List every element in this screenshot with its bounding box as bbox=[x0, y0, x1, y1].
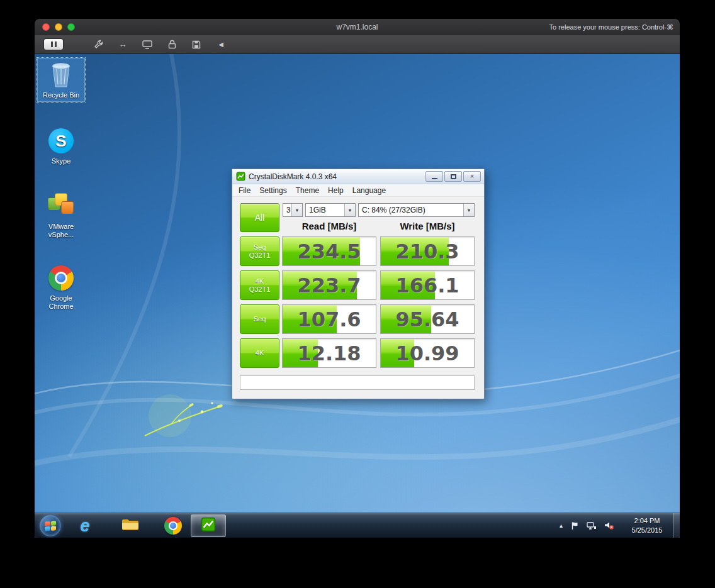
skype-icon: S bbox=[47, 126, 76, 155]
pause-vm-button[interactable] bbox=[43, 38, 64, 50]
clock-time: 2:04 PM bbox=[624, 516, 670, 526]
vmware-vsphere-icon bbox=[47, 192, 76, 221]
window-title: CrystalDiskMark 4.0.3 x64 bbox=[249, 172, 337, 181]
drive-select[interactable]: C: 84% (27/32GiB) ▼ bbox=[358, 203, 475, 217]
test-size-select[interactable]: 1GiB ▼ bbox=[305, 203, 356, 217]
save-icon[interactable] bbox=[191, 40, 202, 50]
desktop-icon-google-chrome[interactable]: Google Chrome bbox=[37, 262, 85, 313]
close-window-button[interactable] bbox=[42, 23, 50, 31]
comment-field-wrap bbox=[240, 375, 475, 390]
run-seq-button[interactable]: Seq bbox=[240, 304, 279, 334]
taskbar-clock[interactable]: 2:04 PM 5/25/2015 bbox=[624, 516, 670, 535]
mouse-release-hint: To release your mouse press: Control-⌘ bbox=[549, 23, 673, 31]
action-center-flag-icon[interactable] bbox=[570, 521, 579, 530]
menu-settings[interactable]: Settings bbox=[255, 186, 291, 195]
write-result-seq-q32t1: 210.3 bbox=[380, 236, 475, 266]
write-result-4k: 10.99 bbox=[380, 338, 475, 368]
chevron-down-icon: ▼ bbox=[463, 204, 474, 216]
windows-desktop: Recycle Bin S Skype VMware vSphe... Goog… bbox=[35, 54, 680, 538]
run-4k-q32t1-button[interactable]: 4KQ32T1 bbox=[240, 270, 279, 300]
menu-bar: File Settings Theme Help Language bbox=[232, 184, 484, 197]
taskbar-crystaldiskmark-button[interactable] bbox=[191, 514, 226, 537]
minimize-button[interactable] bbox=[425, 171, 443, 182]
host-titlebar[interactable]: w7vm1.local To release your mouse press:… bbox=[35, 19, 680, 35]
lock-icon[interactable] bbox=[166, 40, 177, 50]
crystaldiskmark-icon bbox=[201, 517, 216, 535]
internet-explorer-icon: e bbox=[80, 516, 89, 536]
run-seq-q32t1-button[interactable]: SeqQ32T1 bbox=[240, 236, 279, 266]
volume-icon[interactable] bbox=[604, 521, 614, 530]
folder-icon bbox=[121, 518, 139, 534]
desktop-icon-skype[interactable]: S Skype bbox=[37, 125, 85, 167]
zoom-window-button[interactable] bbox=[67, 23, 75, 31]
menu-language[interactable]: Language bbox=[348, 186, 390, 195]
write-result-4k-q32t1: 166.1 bbox=[380, 270, 475, 300]
minimize-window-button[interactable] bbox=[55, 23, 62, 31]
maximize-button[interactable] bbox=[444, 171, 462, 182]
read-result-4k-q32t1: 223.7 bbox=[282, 270, 376, 300]
read-result-4k: 12.18 bbox=[282, 338, 376, 368]
vm-host-window: w7vm1.local To release your mouse press:… bbox=[35, 19, 680, 538]
start-button[interactable] bbox=[40, 515, 61, 536]
windows-flag-icon bbox=[45, 521, 56, 531]
recycle-bin-icon bbox=[47, 60, 76, 89]
crystaldiskmark-window: CrystalDiskMark 4.0.3 x64 × File Setting… bbox=[232, 169, 485, 399]
wrench-icon[interactable] bbox=[93, 40, 104, 50]
collapse-toolbar-icon[interactable]: ◀ bbox=[215, 40, 227, 50]
read-result-seq-q32t1: 234.5 bbox=[282, 236, 376, 266]
taskbar-chrome-button[interactable] bbox=[158, 514, 188, 537]
close-button[interactable]: × bbox=[463, 171, 481, 182]
desktop-icon-recycle-bin[interactable]: Recycle Bin bbox=[37, 58, 85, 102]
chevron-down-icon: ▼ bbox=[344, 204, 355, 216]
chrome-icon bbox=[164, 517, 182, 535]
windows-taskbar: e bbox=[35, 513, 680, 538]
test-count-select[interactable]: 3 ▼ bbox=[283, 203, 303, 217]
write-column-header: Write [MB/s] bbox=[380, 220, 475, 233]
resize-arrows-icon[interactable]: ↔ bbox=[117, 40, 128, 50]
comment-input[interactable] bbox=[240, 376, 474, 389]
chrome-icon bbox=[47, 263, 76, 292]
clock-date: 5/25/2015 bbox=[624, 526, 670, 535]
desktop-icon-label: VMware vSphe... bbox=[48, 223, 74, 238]
desktop-icon-label: Skype bbox=[52, 157, 71, 165]
traffic-lights bbox=[42, 23, 75, 31]
menu-theme[interactable]: Theme bbox=[291, 186, 324, 195]
taskbar-explorer-button[interactable] bbox=[115, 514, 145, 537]
read-result-seq: 107.6 bbox=[282, 304, 376, 334]
desktop-icon-label: Google Chrome bbox=[48, 294, 73, 310]
show-desktop-button[interactable] bbox=[673, 513, 680, 538]
menu-file[interactable]: File bbox=[234, 186, 255, 195]
system-tray: ▴ bbox=[560, 513, 614, 538]
run-4k-button[interactable]: 4K bbox=[240, 338, 279, 368]
run-all-button[interactable]: All bbox=[240, 203, 279, 232]
show-hidden-icons-button[interactable]: ▴ bbox=[560, 522, 563, 529]
read-column-header: Read [MB/s] bbox=[282, 220, 376, 233]
chevron-down-icon: ▼ bbox=[291, 204, 302, 216]
display-icon[interactable] bbox=[142, 40, 153, 50]
network-icon[interactable] bbox=[587, 521, 597, 530]
taskbar-internet-explorer-button[interactable]: e bbox=[70, 514, 100, 537]
desktop-icon-label: Recycle Bin bbox=[43, 91, 79, 99]
crystaldiskmark-app-icon bbox=[236, 172, 245, 181]
menu-help[interactable]: Help bbox=[324, 186, 348, 195]
host-toolbar: ↔ ◀ bbox=[35, 35, 680, 54]
write-result-seq: 95.64 bbox=[380, 304, 475, 334]
desktop-icon-vmware-vsphere[interactable]: VMware vSphe... bbox=[37, 190, 85, 241]
wallpaper-sprig bbox=[145, 394, 223, 437]
crystaldiskmark-titlebar[interactable]: CrystalDiskMark 4.0.3 x64 × bbox=[232, 169, 484, 184]
